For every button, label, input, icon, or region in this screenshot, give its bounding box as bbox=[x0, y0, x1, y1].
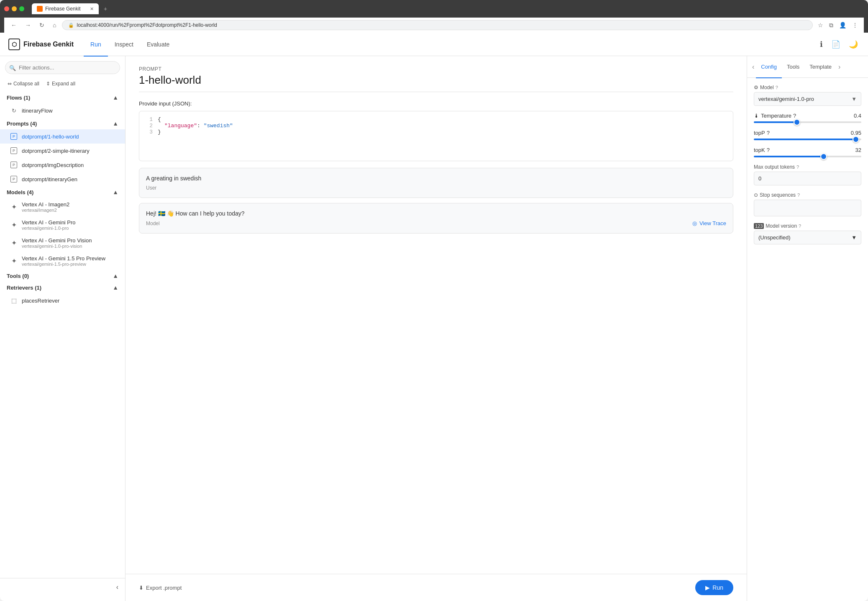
tab-title: Firebase Genkit bbox=[45, 6, 81, 12]
reload-button[interactable]: ↻ bbox=[37, 21, 47, 29]
model-icon-4: ✦ bbox=[10, 257, 18, 265]
temperature-help-icon[interactable]: ? bbox=[793, 113, 796, 119]
home-button[interactable]: ⌂ bbox=[50, 21, 59, 29]
close-button[interactable] bbox=[4, 6, 9, 11]
menu-icon[interactable]: ⋮ bbox=[850, 21, 860, 30]
theme-toggle-icon[interactable]: 🌙 bbox=[847, 38, 860, 51]
right-panel-prev-button[interactable]: ‹ bbox=[750, 62, 756, 72]
nav-tab-evaluate[interactable]: Evaluate bbox=[140, 33, 176, 57]
profile-icon[interactable]: 👤 bbox=[837, 21, 848, 30]
model-message-block: Hej! 🇸🇪 👋 How can I help you today? Mode… bbox=[139, 203, 733, 234]
run-icon: ▶ bbox=[705, 584, 710, 591]
tools-section-title: Tools (0) bbox=[7, 273, 29, 279]
topp-slider-thumb[interactable] bbox=[853, 136, 859, 143]
bookmark-icon[interactable]: ☆ bbox=[816, 21, 825, 30]
topp-label: topP ? bbox=[754, 130, 770, 136]
trace-icon: ◎ bbox=[692, 220, 697, 226]
sidebar-item-itineraryGen[interactable]: P dotprompt/itineraryGen bbox=[0, 172, 125, 186]
sidebar-item-gemini-15[interactable]: ✦ Vertex AI - Gemini 1.5 Pro Preview ver… bbox=[0, 252, 125, 270]
prompt-content: Prompt 1-hello-world Provide input (JSON… bbox=[125, 56, 747, 574]
nav-tab-run[interactable]: Run bbox=[84, 33, 108, 57]
max-tokens-input[interactable] bbox=[754, 172, 861, 185]
right-panel-body: ⚙ Model ? vertexai/gemini-1.0-pro ▼ 🌡 bbox=[747, 78, 868, 601]
export-prompt-button[interactable]: ⬇ Export .prompt bbox=[139, 585, 182, 591]
model-item-content-3: Vertex AI - Gemini Pro Vision vertexai/g… bbox=[22, 237, 92, 249]
prompts-section-toggle[interactable]: ▲ bbox=[113, 120, 118, 127]
model-icon-1: ✦ bbox=[10, 203, 18, 211]
stop-seq-help-icon[interactable]: ? bbox=[797, 193, 800, 198]
view-trace-button[interactable]: ◎ View Trace bbox=[692, 220, 726, 226]
flows-section-toggle[interactable]: ▲ bbox=[113, 94, 118, 101]
right-tab-template[interactable]: Template bbox=[804, 57, 837, 78]
model-version-select[interactable]: (Unspecified) ▼ bbox=[754, 231, 861, 244]
temperature-slider-thumb[interactable] bbox=[794, 119, 800, 126]
sidebar-item-gemini-pro[interactable]: ✦ Vertex AI - Gemini Pro vertexai/gemini… bbox=[0, 216, 125, 234]
topk-help-icon[interactable]: ? bbox=[767, 147, 770, 153]
model-ver-icon: 123 bbox=[754, 223, 764, 229]
sidebar-item-gemini-pro-vision[interactable]: ✦ Vertex AI - Gemini Pro Vision vertexai… bbox=[0, 234, 125, 252]
forward-button[interactable]: → bbox=[23, 21, 33, 29]
collapse-icon: ⇔ bbox=[8, 81, 12, 87]
sidebar-item-imgDescription[interactable]: P dotprompt/imgDescription bbox=[0, 158, 125, 172]
sidebar-item-imagen2[interactable]: ✦ Vertex AI - Imagen2 vertexai/imagen2 bbox=[0, 198, 125, 216]
retrievers-section-toggle[interactable]: ▲ bbox=[113, 284, 118, 291]
prompt-item-label-2: dotprompt/2-simple-itinerary bbox=[22, 148, 90, 154]
temperature-slider[interactable] bbox=[754, 121, 861, 123]
app-logo: ⬡ Firebase Genkit bbox=[8, 39, 74, 50]
maximize-button[interactable] bbox=[19, 6, 24, 11]
tools-section-header: Tools (0) ▲ bbox=[0, 270, 125, 282]
max-tokens-help-icon[interactable]: ? bbox=[796, 164, 799, 170]
extensions-icon[interactable]: ⧉ bbox=[827, 21, 835, 30]
sidebar-item-2-simple-itinerary[interactable]: P dotprompt/2-simple-itinerary bbox=[0, 144, 125, 158]
model-message-text: Hej! 🇸🇪 👋 How can I help you today? bbox=[146, 210, 726, 217]
topp-help-icon[interactable]: ? bbox=[767, 130, 770, 136]
model-item-content-2: Vertex AI - Gemini Pro vertexai/gemini-1… bbox=[22, 219, 76, 231]
json-value: "swedish" bbox=[204, 123, 233, 129]
right-tab-config[interactable]: Config bbox=[756, 57, 782, 78]
topk-value: 32 bbox=[855, 147, 861, 153]
line-number-1: 1 bbox=[144, 116, 153, 123]
json-close-brace: } bbox=[158, 129, 161, 135]
sidebar-item-itineraryFlow[interactable]: ↻ itineraryFlow bbox=[0, 103, 125, 118]
topk-slider-thumb[interactable] bbox=[820, 153, 827, 160]
topp-slider[interactable] bbox=[754, 139, 861, 140]
lock-icon: 🔒 bbox=[68, 23, 74, 28]
chevron-left-icon: ‹ bbox=[116, 583, 118, 591]
sidebar-item-1-hello-world[interactable]: P dotprompt/1-hello-world bbox=[0, 129, 125, 144]
expand-all-button[interactable]: ⇕ Expand all bbox=[44, 79, 78, 88]
right-panel-next-button[interactable]: › bbox=[837, 62, 842, 72]
back-button[interactable]: ← bbox=[8, 21, 19, 29]
json-input-editor[interactable]: 1 { 2 "language": "swedish" 3 } bbox=[139, 111, 733, 161]
temperature-value: 0.4 bbox=[854, 113, 861, 119]
new-tab-button[interactable]: + bbox=[101, 5, 110, 13]
stop-sequences-input[interactable] bbox=[754, 200, 861, 216]
collapse-all-button[interactable]: ⇔ Collapse all bbox=[5, 79, 42, 88]
tab-favicon bbox=[37, 6, 43, 12]
model-version-label: 123 Model version ? bbox=[754, 223, 861, 229]
sidebar-search-container: 🔍 bbox=[5, 61, 120, 74]
info-icon[interactable]: ℹ bbox=[818, 38, 824, 51]
model-help-icon[interactable]: ? bbox=[776, 85, 778, 90]
minimize-button[interactable] bbox=[12, 6, 17, 11]
docs-icon[interactable]: 📄 bbox=[830, 38, 842, 51]
sidebar-controls: ⇔ Collapse all ⇕ Expand all bbox=[0, 79, 125, 92]
sidebar-collapse-button[interactable]: ‹ bbox=[0, 578, 125, 596]
sidebar-item-placesRetriever[interactable]: ⬚ placesRetriever bbox=[0, 293, 125, 308]
nav-tab-inspect[interactable]: Inspect bbox=[108, 33, 140, 57]
prompt-item-label: dotprompt/1-hello-world bbox=[22, 134, 79, 140]
address-bar[interactable]: 🔒 localhost:4000/run/%2Fprompt%2Fdotprom… bbox=[62, 20, 813, 30]
run-button[interactable]: ▶ Run bbox=[695, 580, 733, 595]
tab-close-button[interactable]: ✕ bbox=[90, 6, 94, 12]
models-section-toggle[interactable]: ▲ bbox=[113, 189, 118, 195]
tools-section-toggle[interactable]: ▲ bbox=[113, 272, 118, 279]
model-select[interactable]: vertexai/gemini-1.0-pro ▼ bbox=[754, 92, 861, 106]
model-ver-help-icon[interactable]: ? bbox=[799, 223, 801, 229]
model-icon-label: ⚙ bbox=[754, 85, 758, 90]
browser-tab[interactable]: Firebase Genkit ✕ bbox=[32, 3, 99, 14]
search-input[interactable] bbox=[5, 61, 120, 74]
max-tokens-label: Max output tokens ? bbox=[754, 164, 861, 170]
topk-slider[interactable] bbox=[754, 156, 861, 157]
model-message-role: Model bbox=[146, 221, 160, 226]
right-tab-tools[interactable]: Tools bbox=[782, 57, 804, 78]
flows-section-title: Flows (1) bbox=[7, 95, 30, 101]
